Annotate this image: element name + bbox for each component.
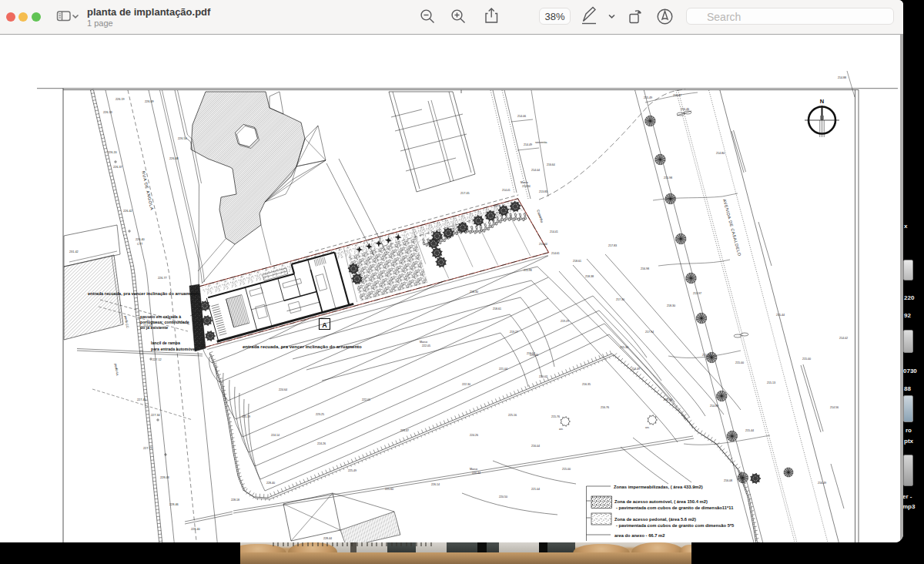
- svg-text:220.02: 220.02: [539, 375, 547, 378]
- svg-text:do já existente: do já existente: [140, 325, 168, 330]
- svg-text:213.83: 213.83: [539, 190, 547, 193]
- svg-text:222.30: 222.30: [462, 383, 470, 386]
- svg-text:225.16: 225.16: [508, 414, 517, 417]
- svg-text:217.94: 217.94: [645, 331, 654, 334]
- svg-text:226.19: 226.19: [116, 98, 125, 101]
- svg-text:arv.: arv.: [559, 428, 563, 431]
- svg-text:213.97: 213.97: [693, 292, 701, 295]
- svg-text:para entrada automóvel: para entrada automóvel: [151, 347, 196, 351]
- svg-text:216.46: 216.46: [681, 108, 689, 111]
- svg-text:214.41: 214.41: [502, 189, 511, 192]
- svg-text:216.64: 216.64: [547, 163, 555, 166]
- svg-text:Zona de acesso pedonal, (área: Zona de acesso pedonal, (área 5.6 m2): [614, 517, 696, 522]
- svg-text:214.04: 214.04: [531, 169, 540, 172]
- svg-text:215.30: 215.30: [620, 346, 628, 349]
- svg-text:228.03: 228.03: [160, 476, 169, 479]
- svg-text:214.06: 214.06: [517, 115, 526, 118]
- svg-text:215.98: 215.98: [524, 269, 532, 272]
- svg-text:214.02: 214.02: [839, 337, 848, 340]
- svg-text:226.37: 226.37: [113, 166, 122, 169]
- svg-text:226.48: 226.48: [169, 157, 179, 160]
- svg-text:AVENIDA DE CASALDELO: AVENIDA DE CASALDELO: [722, 199, 742, 257]
- svg-text:214.80: 214.80: [716, 152, 725, 155]
- svg-text:223.47: 223.47: [400, 429, 409, 432]
- svg-text:216.35: 216.35: [582, 383, 591, 386]
- svg-text:219.52: 219.52: [527, 352, 535, 355]
- svg-text:225.49: 225.49: [348, 469, 357, 472]
- svg-text:Caminho: Caminho: [536, 209, 544, 223]
- svg-text:223.25: 223.25: [316, 413, 324, 416]
- svg-text:214.84: 214.84: [522, 185, 531, 188]
- svg-text:217.05: 217.05: [460, 192, 470, 195]
- svg-text:passeio em calçada à: passeio em calçada à: [140, 314, 181, 319]
- svg-text:220.50: 220.50: [499, 495, 507, 499]
- svg-text:224.26: 224.26: [317, 442, 326, 445]
- svg-text:216.98: 216.98: [641, 267, 649, 270]
- svg-text:entrada recuada, pra vencer in: entrada recuada, pra vencer inclinação d…: [88, 291, 199, 296]
- svg-text:Zonas impermeabilizadas, ( áre: Zonas impermeabilizadas, ( área 433.9m2): [614, 485, 703, 489]
- svg-text:arv.: arv.: [645, 426, 649, 429]
- svg-text:224.14: 224.14: [271, 434, 280, 437]
- svg-text:228.44: 228.44: [323, 537, 332, 540]
- svg-text:A: A: [322, 321, 327, 329]
- svg-text:serventia: serventia: [535, 141, 547, 144]
- svg-text:226.20: 226.20: [108, 151, 117, 154]
- svg-text:214.49: 214.49: [524, 143, 532, 146]
- svg-text:222.01: 222.01: [362, 398, 370, 401]
- svg-text:216.76: 216.76: [601, 406, 609, 409]
- svg-text:214.61: 214.61: [551, 252, 560, 255]
- svg-text:226.14: 226.14: [431, 483, 440, 486]
- svg-text:219.29: 219.29: [561, 320, 569, 323]
- svg-text:- pavimentada com cubos de gra: - pavimentada com cubos de granito de di…: [616, 505, 734, 510]
- svg-text:228.40: 228.40: [266, 482, 275, 485]
- svg-text:218.30: 218.30: [667, 304, 675, 307]
- svg-text:214.41: 214.41: [550, 230, 558, 233]
- svg-text:218.30: 218.30: [470, 290, 478, 294]
- svg-text:217.30: 217.30: [616, 298, 624, 301]
- svg-text:Zona de acesso automóvel, ( ár: Zona de acesso automóvel, ( área 150.4 m…: [614, 499, 708, 504]
- svg-text:218.38: 218.38: [585, 275, 594, 278]
- svg-text:214.88: 214.88: [838, 76, 846, 79]
- svg-text:portuguesa; continuidade: portuguesa; continuidade: [140, 320, 189, 324]
- svg-text:224.64: 224.64: [279, 388, 287, 391]
- svg-text:N: N: [820, 98, 824, 105]
- svg-text:215.98: 215.98: [664, 176, 672, 180]
- svg-text:227.12: 227.12: [152, 358, 162, 361]
- svg-text:228.40: 228.40: [191, 528, 200, 531]
- svg-text:226.77: 226.77: [158, 277, 167, 280]
- svg-text:214.56: 214.56: [830, 406, 839, 409]
- svg-text:perfil AA: perfil AA: [114, 364, 120, 376]
- svg-text:215.13: 215.13: [767, 381, 775, 384]
- svg-text:215.49: 215.49: [644, 96, 652, 99]
- svg-text:215.00: 215.00: [802, 358, 811, 361]
- svg-text:227.77: 227.77: [143, 447, 152, 450]
- svg-text:222.05: 222.05: [422, 344, 430, 347]
- svg-text:Marco: Marco: [420, 341, 427, 344]
- svg-text:226.42: 226.42: [123, 210, 132, 213]
- svg-text:RUA DE ANGOLA: RUA DE ANGOLA: [141, 171, 155, 211]
- svg-text:CTT: CTT: [137, 243, 143, 246]
- svg-text:216.08: 216.08: [724, 479, 732, 482]
- svg-text:216.49: 216.49: [818, 482, 826, 485]
- svg-text:226.40: 226.40: [136, 238, 145, 241]
- svg-text:215.00: 215.00: [664, 398, 672, 401]
- svg-text:225.19: 225.19: [242, 415, 250, 418]
- svg-text:- pavimentada com cubos de gra: - pavimentada com cubos de granito com d…: [616, 523, 735, 528]
- svg-text:lancil de rampa: lancil de rampa: [151, 341, 180, 345]
- svg-text:218.61: 218.61: [493, 307, 501, 311]
- svg-text:228.46: 228.46: [169, 503, 179, 506]
- svg-text:224.26: 224.26: [470, 434, 478, 437]
- svg-text:215.00: 215.00: [562, 468, 571, 471]
- svg-text:215.44: 215.44: [539, 243, 547, 246]
- svg-text:226.09: 226.09: [145, 100, 154, 103]
- svg-text:214.49: 214.49: [631, 368, 640, 371]
- svg-text:215.44: 215.44: [745, 429, 754, 432]
- svg-text:marco: marco: [493, 204, 500, 207]
- svg-text:215.00: 215.00: [735, 361, 744, 364]
- svg-text:221.04: 221.04: [531, 488, 540, 491]
- svg-text:219.27: 219.27: [510, 331, 518, 334]
- svg-text:228.18: 228.18: [231, 499, 239, 502]
- svg-text:227.45: 227.45: [137, 398, 146, 401]
- svg-text:226.13: 226.13: [103, 111, 112, 114]
- svg-text:231.42: 231.42: [69, 250, 79, 253]
